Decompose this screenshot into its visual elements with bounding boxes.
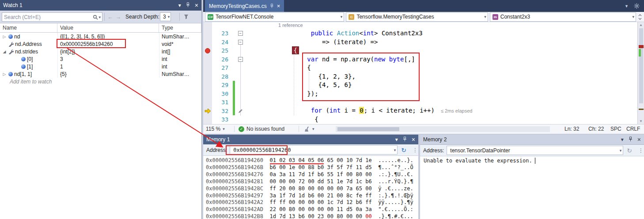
- watch-row[interactable]: [1]1int: [0, 63, 201, 70]
- memory-row[interactable]: 0x000002556B19426B b6 00 1e 00 88 b0 3f …: [206, 164, 418, 171]
- code-token: });: [307, 90, 318, 97]
- memory-row[interactable]: 0x000002556B194276 0a 3a 11 7d 1f b6 55 …: [206, 171, 418, 178]
- search-forward-icon[interactable]: →: [115, 14, 121, 20]
- memory1-address-input[interactable]: [232, 147, 391, 154]
- watch-row[interactable]: [0]3int: [0, 55, 201, 63]
- column-header-type[interactable]: Type: [159, 23, 201, 32]
- memory1-title: Memory 1: [206, 136, 230, 143]
- status-line-ending[interactable]: CRLF: [626, 125, 640, 133]
- cleanup-button[interactable]: ▾: [304, 125, 314, 133]
- fold-collapse-icon[interactable]: −: [238, 57, 243, 62]
- watch-value[interactable]: 0x000002556b194260: [57, 40, 159, 48]
- project-dropdown[interactable]: C# TensorFlowNET.Console ▾: [205, 12, 344, 22]
- toolbar-overflow-icon[interactable]: ⋮: [638, 147, 644, 154]
- watch-value[interactable]: 3: [57, 55, 159, 63]
- search-depth-combobox[interactable]: 3 ▾: [160, 12, 171, 21]
- broom-icon: [304, 126, 310, 132]
- tab-pin-icon[interactable]: [270, 4, 274, 8]
- memory-ascii: ".€.....Õ.:: [378, 206, 413, 212]
- window-position-chevron-icon[interactable]: ▾: [621, 137, 624, 142]
- watch-search-box[interactable]: ▾: [2, 12, 102, 22]
- memory2-address-combobox[interactable]: ▾: [447, 146, 623, 155]
- tab-close-icon[interactable]: ×: [277, 3, 280, 9]
- close-icon[interactable]: ×: [195, 2, 198, 8]
- memory-row[interactable]: 0x000002556B1942A2 ff ff 00 00 00 00 1c …: [206, 199, 418, 206]
- codelens-references[interactable]: 1 reference: [278, 23, 303, 28]
- pin-icon[interactable]: [403, 136, 407, 143]
- watch-titlebar[interactable]: Watch 1 ▾ ×: [0, 0, 201, 11]
- code-line[interactable]: 27{: [203, 64, 637, 72]
- code-line[interactable]: 30});: [203, 90, 637, 98]
- tab-memorytestingcases[interactable]: MemoryTestingCases.cs ×: [205, 0, 284, 12]
- breakpoint-icon[interactable]: [205, 48, 210, 53]
- refresh-icon[interactable]: ↻: [401, 147, 406, 154]
- search-back-icon[interactable]: ←: [107, 14, 113, 20]
- expander-collapsed-icon[interactable]: ▷: [2, 72, 7, 76]
- watch-column-headers[interactable]: Name Value Type: [0, 23, 201, 33]
- watch-row[interactable]: nd.Address0x000002556b194260void*: [0, 40, 201, 48]
- editor-horizontal-scrollbar[interactable]: [336, 126, 550, 132]
- watch-value[interactable]: {[[1, 2, 3], [4, 5, 6]]}: [57, 33, 159, 40]
- code-line[interactable]: 25{: [203, 46, 637, 55]
- close-icon[interactable]: ×: [637, 136, 641, 143]
- editor-vertical-scrollbar[interactable]: ▲ ▼: [637, 22, 644, 124]
- code-line[interactable]: 32for (int i = 0; i < iterate; i++)≤ 2ms…: [203, 107, 637, 116]
- memory-row[interactable]: 0x000002556B1942B8 1d 7d 13 b6 00 23 00 …: [206, 213, 418, 219]
- code-line[interactable]: 26−var nd = np.array(new byte[,]: [203, 55, 637, 64]
- code-line[interactable]: 24−=> (iterate) =>: [203, 38, 637, 47]
- window-position-chevron-icon[interactable]: ▾: [178, 3, 181, 8]
- code-token: [,]: [404, 56, 415, 63]
- column-header-name[interactable]: Name: [0, 23, 57, 32]
- memory-row[interactable]: 0x000002556B194281 00 00 00 72 00 dd 51 …: [206, 178, 418, 185]
- member-dropdown[interactable]: m Constant2x3 ▾: [490, 12, 636, 22]
- issues-indicator[interactable]: ✓ No issues found: [239, 125, 284, 133]
- search-options-chevron-icon[interactable]: ▾: [98, 15, 102, 19]
- expander-collapsed-icon[interactable]: ▷: [2, 34, 7, 39]
- code-line[interactable]: 28{1, 2, 3},: [203, 72, 637, 81]
- memory1-address-combobox[interactable]: ▾: [230, 145, 398, 155]
- expander-expanded-icon[interactable]: ◢: [2, 49, 7, 54]
- filter-icon[interactable]: [184, 14, 189, 19]
- navbar-expand-icon[interactable]: [638, 14, 642, 20]
- memory2-address-input[interactable]: [449, 147, 617, 154]
- memory-row[interactable]: 0x000002556B19428C ff 20 00 80 00 00 00 …: [206, 185, 418, 193]
- gear-icon[interactable]: [634, 3, 640, 9]
- code-line[interactable]: 33{: [203, 115, 637, 124]
- scrollbar-thumb[interactable]: [639, 28, 643, 103]
- watch-name: nd.strides: [15, 49, 38, 55]
- memory-row[interactable]: 0x000002556B194260 01 02 03 04 05 06 65 …: [206, 157, 418, 164]
- scroll-down-icon[interactable]: ▼: [638, 119, 644, 123]
- code-area[interactable]: 1 reference 23−public Action<int> Consta…: [203, 22, 637, 124]
- scroll-up-icon[interactable]: ▲: [638, 23, 644, 27]
- code-line[interactable]: 23−public Action<int> Constant2x3: [203, 29, 637, 38]
- hscrollbar-thumb[interactable]: [337, 127, 399, 131]
- memory-row[interactable]: 0x000002556B1942AD 22 00 80 00 00 00 00 …: [206, 206, 418, 213]
- watch-value[interactable]: {5}: [57, 70, 159, 78]
- toolbar-overflow-icon[interactable]: ⋮: [413, 147, 418, 153]
- watch-row[interactable]: ◢nd.strides{int[2]}int[]: [0, 48, 201, 55]
- watch-value[interactable]: {int[2]}: [57, 48, 159, 55]
- perf-tip[interactable]: ≤ 2ms elapsed: [441, 108, 472, 113]
- window-position-chevron-icon[interactable]: ▾: [395, 137, 398, 142]
- code-line[interactable]: 29{4, 5, 6}: [203, 81, 637, 90]
- pin-icon[interactable]: [629, 136, 633, 143]
- code-token: {: [307, 64, 311, 71]
- watch-row[interactable]: ▷nd[1, 1]{5}NumShar…: [0, 70, 201, 78]
- memory1-titlebar[interactable]: Memory 1 ▾ ×: [203, 135, 418, 144]
- type-dropdown[interactable]: C Tensorflow.MemoryTestingCases ▾: [346, 12, 488, 22]
- watch-row[interactable]: ▷nd{[[1, 2, 3], [4, 5, 6]]}NumShar…: [0, 33, 201, 40]
- memory-row[interactable]: 0x000002556B194297 3a 1f 7d 1d b6 00 21 …: [206, 193, 418, 200]
- pin-icon[interactable]: [186, 2, 190, 8]
- fold-collapse-icon[interactable]: −: [238, 40, 243, 45]
- zoom-dropdown[interactable]: 115 % ▾: [206, 125, 225, 133]
- watch-value[interactable]: 1: [57, 63, 159, 70]
- memory2-titlebar[interactable]: Memory 2 ▾ ×: [420, 135, 644, 145]
- add-watch-item[interactable]: Add item to watch: [0, 79, 201, 85]
- column-header-value[interactable]: Value: [57, 23, 159, 32]
- tab-overflow-icon[interactable]: ▼: [625, 4, 629, 8]
- close-icon[interactable]: ×: [412, 136, 415, 143]
- watch-row[interactable]: Add item to watch: [0, 78, 201, 85]
- fold-collapse-icon[interactable]: −: [238, 31, 243, 36]
- search-input[interactable]: [2, 14, 92, 20]
- code-line[interactable]: 31: [203, 98, 637, 107]
